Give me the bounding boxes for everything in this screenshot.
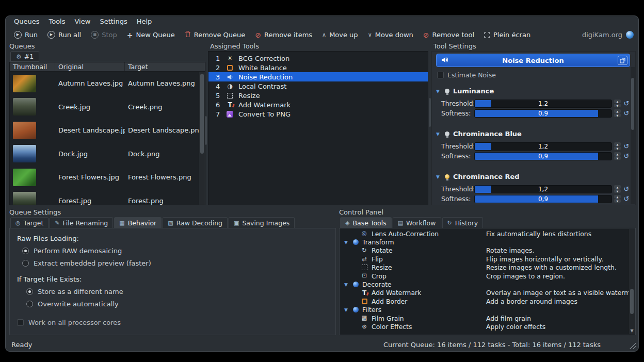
radio-perform-raw-demosaicing[interactable]: Perform RAW demosaicing — [22, 247, 329, 255]
run-all-button[interactable]: ▶ Run all — [44, 29, 85, 40]
tree-item-add-watermark[interactable]: T Add Watermark Overlay an image or text… — [340, 289, 629, 297]
radio-button[interactable] — [22, 248, 29, 254]
threshold-slider[interactable]: 1,2 — [474, 142, 612, 151]
radio-button[interactable] — [22, 260, 29, 267]
estimate-noise-checkbox[interactable] — [437, 72, 444, 78]
assigned-tool-bcg-correction[interactable]: 1 ☀ BCG Correction — [208, 54, 428, 63]
radio-store-different-name[interactable]: Store as a different name — [26, 288, 329, 295]
tab-workflow[interactable]: ▤ Workflow — [393, 217, 441, 228]
move-down-button[interactable]: ∨ Move down — [364, 29, 417, 40]
scrollbar-thumb[interactable] — [631, 78, 634, 130]
tree-item-resize[interactable]: Resize Resize images with a customized l… — [340, 264, 629, 272]
run-button[interactable]: ▶ Run — [10, 29, 41, 40]
reset-icon[interactable]: ↺ — [623, 143, 630, 150]
stop-button[interactable]: ■ Stop — [87, 29, 121, 40]
remove-items-button[interactable]: ⊘ Remove items — [251, 29, 316, 40]
digikam-link[interactable]: digiKam.org — [582, 31, 634, 39]
tree-item-rotate[interactable]: ↻ Rotate Rotate images. — [340, 246, 629, 255]
work-all-cores-checkbox[interactable] — [17, 319, 24, 326]
softness-spinbuttons[interactable]: ▲▼ — [614, 152, 621, 160]
menu-view[interactable]: View — [72, 17, 93, 26]
remove-queue-button[interactable]: Remove Queue — [181, 29, 249, 41]
assigned-tool-local-contrast[interactable]: 4 ◑ Local Contrast — [208, 81, 428, 91]
table-row[interactable]: Creek.jpg Creek.png — [10, 95, 199, 119]
tree-category-decorate[interactable]: ▼ Decorate — [340, 280, 629, 288]
queues-scrollbar[interactable] — [199, 72, 205, 205]
threshold-spinbuttons[interactable]: ▲▼ — [614, 185, 621, 193]
queue-tabbar: ⚙ #1 — [10, 51, 39, 62]
fullscreen-button[interactable]: Plein écran — [480, 29, 534, 40]
radio-extract-embedded-preview[interactable]: Extract embedded preview (faster) — [22, 259, 329, 267]
threshold-spinbuttons[interactable]: ▲▼ — [614, 100, 621, 107]
assigned-tool-add-watermark[interactable]: 6 T Add Watermark — [208, 100, 428, 109]
radio-button[interactable] — [26, 301, 33, 307]
table-row[interactable]: Autumn Leaves.jpg Autumn Leaves.png — [10, 72, 199, 95]
table-row[interactable]: Dock.jpg Dock.png — [10, 142, 199, 166]
move-up-button[interactable]: ∧ Move up — [318, 29, 362, 40]
softness-slider[interactable]: 0,9 — [474, 195, 612, 203]
menu-queues[interactable]: Queues — [11, 17, 42, 26]
reset-icon[interactable]: ↺ — [623, 110, 630, 117]
tab-history[interactable]: ↻ History — [442, 217, 484, 228]
tool-settings-scrollbar[interactable] — [631, 67, 635, 204]
tab-saving-images[interactable]: ▣ Saving Images — [229, 217, 295, 228]
reset-icon[interactable]: ↺ — [623, 153, 630, 159]
reset-icon[interactable]: ↺ — [623, 195, 630, 202]
table-row[interactable]: Forest Flowers.jpg Forest Flowers.png — [10, 166, 199, 189]
scrollbar-thumb[interactable] — [200, 74, 204, 154]
control-panel-scrollbar[interactable]: ▼ — [629, 229, 635, 334]
assigned-tool-convert-to-png[interactable]: 7 Convert To PNG — [208, 109, 428, 119]
tree-category-filters[interactable]: ▼ Filters — [340, 306, 629, 314]
expander-arrow-icon[interactable]: ▼ — [344, 307, 349, 312]
resize-grip[interactable] — [629, 341, 636, 349]
tab-target[interactable]: ◎ Target — [10, 217, 49, 228]
assigned-tool-resize[interactable]: 5 Resize — [208, 91, 428, 100]
reset-icon[interactable]: ↺ — [623, 100, 630, 107]
remove-tool-button[interactable]: ⊘ Remove tool — [420, 29, 478, 40]
collapse-arrow-icon[interactable]: ▼ — [436, 131, 441, 137]
tab-raw-decoding[interactable]: ▧ Raw Decoding — [163, 217, 228, 228]
softness-slider[interactable]: 0,9 — [474, 109, 612, 118]
softness-spinbuttons[interactable]: ▲▼ — [614, 195, 621, 203]
tree-item-flip[interactable]: ⇄ Flip Flip images horizontally or verti… — [340, 255, 629, 263]
collapse-arrow-icon[interactable]: ▼ — [436, 174, 441, 179]
expander-arrow-icon[interactable]: ▼ — [344, 282, 349, 287]
tree-item-color-effects[interactable]: ⊛ Color Effects Apply color effects — [340, 322, 629, 331]
new-queue-button[interactable]: + New Queue — [123, 29, 179, 40]
menu-help[interactable]: Help — [134, 17, 155, 26]
threshold-slider[interactable]: 1,2 — [474, 100, 612, 108]
menu-tools[interactable]: Tools — [46, 17, 68, 26]
work-all-cores-row[interactable]: Work on all processor cores — [17, 319, 329, 326]
expander-arrow-icon[interactable]: ▼ — [344, 240, 349, 245]
scroll-down-arrow-icon[interactable]: ▼ — [629, 327, 635, 334]
tree-item-lens-auto-correction[interactable]: ◎ Lens Auto-Correction Fix automatically… — [340, 229, 629, 238]
tree-category-transform[interactable]: ▼ Transform — [340, 238, 629, 246]
reset-icon[interactable]: ↺ — [623, 186, 630, 192]
column-original[interactable]: Original — [55, 62, 125, 71]
softness-slider[interactable]: 0,9 — [474, 152, 612, 160]
radio-overwrite-automatically[interactable]: Overwrite automatically — [26, 300, 329, 308]
assigned-tool-white-balance[interactable]: 2 White Balance — [208, 63, 428, 72]
threshold-slider[interactable]: 1,2 — [474, 185, 612, 193]
threshold-spinbuttons[interactable]: ▲▼ — [614, 142, 621, 150]
splitter-handle[interactable] — [429, 98, 431, 127]
column-thumbnail[interactable]: Thumbnail — [10, 62, 55, 71]
tree-item-crop[interactable]: ⊡ Crop Crop images to a region. — [340, 272, 629, 280]
tab-file-renaming[interactable]: ✎ File Renaming — [50, 217, 113, 228]
tab-base-tools[interactable]: ◈ Base Tools — [340, 217, 392, 228]
column-target[interactable]: Target — [125, 62, 205, 71]
table-row[interactable]: Desert Landscape.jpg Desert Landscape.pn… — [10, 119, 199, 142]
scrollbar-thumb[interactable] — [630, 289, 634, 314]
radio-button[interactable] — [26, 288, 33, 295]
tree-item-film-grain[interactable]: ▩ Film Grain Add film grain — [340, 314, 629, 322]
table-row[interactable]: Forest.jpg Forest.png — [10, 189, 199, 205]
tool-properties-button[interactable] — [618, 56, 627, 65]
splitter-handle[interactable] — [205, 116, 207, 145]
collapse-arrow-icon[interactable]: ▼ — [436, 89, 441, 94]
menu-settings[interactable]: Settings — [97, 17, 130, 26]
tab-behavior[interactable]: ▦ Behavior — [114, 217, 162, 228]
tree-item-add-border[interactable]: Add Border Add a border around images — [340, 297, 629, 305]
softness-spinbuttons[interactable]: ▲▼ — [614, 109, 621, 117]
queue-tab-1[interactable]: ⚙ #1 — [10, 51, 39, 62]
assigned-tool-noise-reduction[interactable]: 3 Noise Reduction — [208, 72, 428, 81]
